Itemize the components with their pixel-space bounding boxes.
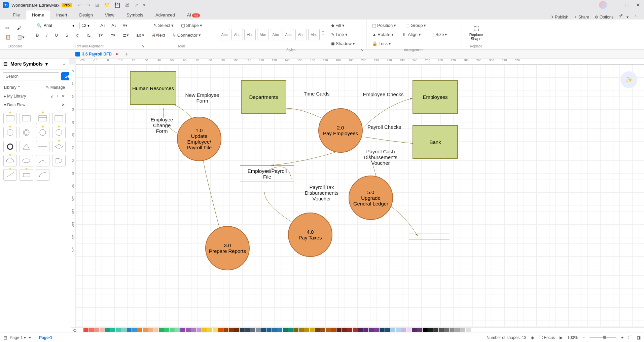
zoom-out-button[interactable]: − — [582, 335, 585, 340]
minimize-button[interactable]: — — [612, 2, 618, 8]
entity-human-resources[interactable]: Human Resources — [130, 71, 176, 105]
shape-circle-3[interactable] — [52, 127, 66, 138]
search-input[interactable] — [3, 72, 59, 80]
collapse-ribbon-icon[interactable]: ⌃ — [634, 15, 637, 20]
color-swatch[interactable] — [412, 328, 417, 332]
color-swatch[interactable] — [439, 328, 444, 332]
shape-rect-3[interactable] — [52, 113, 66, 124]
lock-button[interactable]: 🔒 Lock▾ — [370, 40, 393, 47]
color-swatch[interactable] — [83, 328, 88, 332]
rotate-button[interactable]: ▲ Rotate▾ — [370, 31, 396, 38]
color-swatch[interactable] — [234, 328, 239, 332]
color-swatch[interactable] — [266, 328, 272, 332]
shape-hline[interactable] — [36, 141, 49, 152]
shape-label-rect[interactable] — [20, 169, 33, 181]
shape-line[interactable] — [3, 169, 17, 181]
entity-employees[interactable]: Employees — [413, 80, 458, 114]
size-button[interactable]: ⬚ Size▾ — [428, 31, 449, 38]
bullets-button[interactable]: ≣▾ — [121, 31, 131, 39]
shape-d[interactable] — [52, 155, 66, 166]
group-button[interactable]: ⬚ Group▾ — [403, 22, 428, 29]
color-swatch[interactable] — [207, 328, 212, 332]
color-swatch[interactable] — [293, 328, 298, 332]
shape-circle-2[interactable] — [36, 127, 49, 138]
color-swatch[interactable] — [121, 328, 126, 332]
color-swatch[interactable] — [358, 328, 363, 332]
color-swatch[interactable] — [304, 328, 309, 332]
fit-page-icon[interactable]: ⛶ — [628, 335, 632, 340]
color-swatch[interactable] — [342, 328, 347, 332]
color-swatch[interactable] — [186, 328, 191, 332]
color-swatch[interactable] — [374, 328, 379, 332]
tab-ai[interactable]: AIhot — [181, 10, 206, 20]
superscript-button[interactable]: x² — [74, 31, 81, 39]
zoom-in-button[interactable]: + — [621, 335, 623, 340]
styles-scroll-up-icon[interactable]: ▴ — [322, 29, 324, 32]
style-preset-6[interactable]: Abc — [283, 29, 294, 40]
style-preset-7[interactable]: Abc — [295, 29, 307, 40]
color-swatch[interactable] — [175, 328, 180, 332]
styles-scroll-down-icon[interactable]: ▾ — [322, 33, 324, 36]
shape-arc[interactable] — [36, 155, 49, 166]
presentation-icon[interactable]: ▶ — [560, 335, 563, 340]
library-close-icon[interactable]: ✕ — [62, 94, 65, 99]
font-group-expand-icon[interactable]: ⬊ — [142, 44, 144, 48]
process-3-prepare-reports[interactable]: 3.0 Prepare Reports — [205, 226, 250, 270]
underline-button[interactable]: U — [53, 31, 60, 39]
color-swatch[interactable] — [105, 328, 110, 332]
color-swatch[interactable] — [170, 328, 175, 332]
close-button[interactable]: ✕ — [635, 2, 641, 8]
shape-rect[interactable] — [3, 113, 17, 124]
process-1-update[interactable]: 1.0 Update Employee/ Payroll File — [177, 117, 221, 161]
color-swatch[interactable] — [444, 328, 449, 332]
color-swatch[interactable] — [347, 328, 352, 332]
ai-assistant-button[interactable]: ✨ — [620, 71, 637, 88]
focus-button[interactable]: ⛶ Focus — [539, 335, 555, 340]
style-preset-2[interactable]: Abc — [231, 29, 243, 40]
color-swatch[interactable] — [380, 328, 385, 332]
redo-icon[interactable]: ↷ — [86, 2, 91, 8]
shape-double-circle[interactable] — [20, 127, 33, 138]
align-menu-button[interactable]: ⊫ Align▾ — [401, 31, 423, 38]
color-swatch[interactable] — [116, 328, 121, 332]
connector-tool[interactable]: ↳ Connector ▾ — [171, 31, 203, 39]
color-swatch[interactable] — [390, 328, 395, 332]
color-swatch[interactable] — [137, 328, 142, 332]
decrease-font-button[interactable]: A↓ — [109, 22, 118, 29]
shape-triangle[interactable] — [20, 141, 33, 152]
tab-design[interactable]: Design — [73, 10, 99, 20]
shape-curve[interactable] — [36, 169, 49, 181]
entity-departments[interactable]: Departments — [241, 80, 286, 114]
layers-icon[interactable]: ◈ — [531, 335, 534, 340]
tab-insert[interactable]: Insert — [50, 10, 73, 20]
color-swatch[interactable] — [89, 328, 94, 332]
style-preset-5[interactable]: Abc — [270, 29, 281, 40]
avatar[interactable] — [599, 1, 607, 9]
cut-button[interactable]: ✂ — [3, 24, 13, 32]
color-swatch[interactable] — [94, 328, 99, 332]
symbols-dropdown-icon[interactable]: ▾ — [45, 61, 48, 67]
add-document-tab[interactable]: + — [125, 51, 128, 57]
style-preset-3[interactable]: Abc — [244, 29, 256, 40]
color-swatch[interactable] — [315, 328, 320, 332]
page-select-dropdown[interactable]: Page-1 ▾ — [10, 335, 26, 340]
datastore-bottom[interactable] — [409, 233, 450, 239]
italic-button[interactable]: I — [44, 31, 49, 39]
bold-button[interactable]: B — [34, 31, 41, 39]
shape-cloud[interactable] — [3, 155, 17, 166]
library-label[interactable]: Library ⌃ — [4, 85, 21, 90]
export-icon[interactable]: ↗ — [134, 2, 138, 8]
color-swatch[interactable] — [245, 328, 250, 332]
help-button[interactable]: ? — [619, 15, 621, 20]
tab-file[interactable]: File — [7, 10, 26, 20]
color-swatch[interactable] — [277, 328, 282, 332]
shape-rect-2[interactable] — [20, 113, 33, 124]
data-flow-close-icon[interactable]: ✕ — [62, 103, 65, 107]
datastore-employee-payroll[interactable]: Employee/Payroll File — [240, 165, 294, 182]
color-swatch[interactable] — [196, 328, 202, 332]
color-swatch[interactable] — [353, 328, 358, 332]
font-size-select[interactable]: 12 ▾ — [79, 22, 96, 29]
color-swatch[interactable] — [417, 328, 422, 332]
color-swatch[interactable] — [229, 328, 234, 332]
shape-rect-header[interactable] — [36, 113, 49, 124]
